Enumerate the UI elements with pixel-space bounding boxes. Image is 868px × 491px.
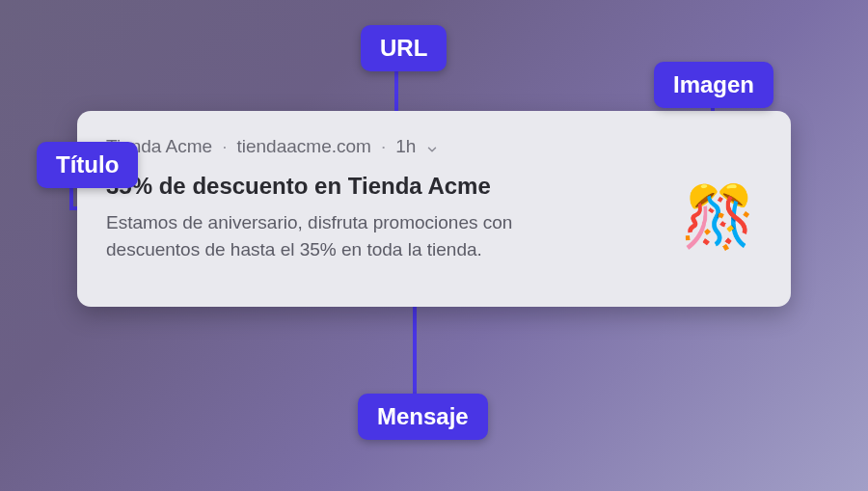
connector-mensaje [413,307,417,394]
confetti-icon: 🎊 [681,187,755,247]
label-pill-mensaje: Mensaje [358,394,488,440]
notification-body: 35% de descuento en Tienda Acme Estamos … [106,173,762,262]
label-pill-url: URL [361,25,447,71]
chevron-down-icon[interactable] [425,140,439,153]
separator-dot: · [381,136,386,157]
notification-image: 🎊 [673,173,762,261]
label-pill-imagen: Imagen [654,62,773,108]
notification-message: Estamos de aniversario, disfruta promoci… [106,209,608,262]
notification-text-column: 35% de descuento en Tienda Acme Estamos … [106,173,656,262]
notification-time: 1h [395,136,416,157]
notification-title: 35% de descuento en Tienda Acme [106,173,656,200]
notification-url: tiendaacme.com [236,136,370,157]
label-pill-titulo: Título [37,142,138,188]
notification-header: Tienda Acme · tiendaacme.com · 1h [106,136,762,157]
diagram-stage: Tienda Acme · tiendaacme.com · 1h 35% de… [0,0,868,491]
notification-card[interactable]: Tienda Acme · tiendaacme.com · 1h 35% de… [77,111,791,307]
separator-dot: · [222,136,227,157]
